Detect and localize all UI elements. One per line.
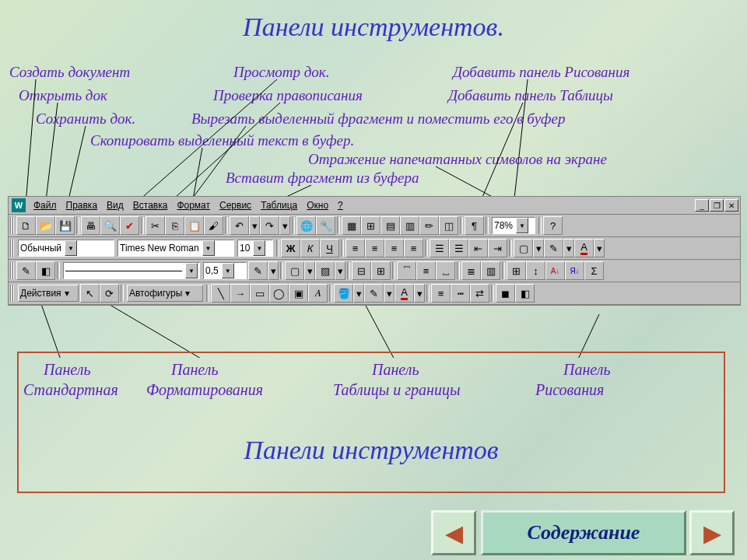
underline-button[interactable]: Ч <box>320 239 339 257</box>
rotate-icon[interactable]: ⟳ <box>100 284 119 303</box>
eraser-icon[interactable]: ◧ <box>36 261 55 280</box>
font-color-dd[interactable]: ▾ <box>594 239 605 257</box>
menu-edit[interactable]: Правка <box>61 200 103 211</box>
sort-desc-icon[interactable]: Я↓ <box>565 261 584 280</box>
border-dd[interactable]: ▾ <box>304 261 315 280</box>
undo-icon[interactable]: ↶ <box>230 216 249 235</box>
align-center-icon[interactable]: ≡ <box>365 239 384 257</box>
print-icon[interactable]: 🖶 <box>81 216 100 235</box>
text-direction-icon[interactable]: ↕ <box>526 261 545 280</box>
border-color-dd[interactable]: ▾ <box>268 261 279 280</box>
align-left-icon[interactable]: ≡ <box>345 239 365 257</box>
docmap-icon[interactable]: ◫ <box>439 216 458 235</box>
redo-dd[interactable]: ▾ <box>279 216 290 235</box>
align-mid-icon[interactable]: ≡ <box>416 261 436 280</box>
prev-button[interactable]: ◀ <box>431 510 476 555</box>
font-combo[interactable]: Times New Roman▼ <box>117 240 234 257</box>
zoom-combo[interactable]: 78%▼ <box>492 217 535 234</box>
decrease-indent-icon[interactable]: ⇤ <box>468 239 488 257</box>
autoformat-icon[interactable]: ⊞ <box>507 261 526 280</box>
save-doc-icon[interactable]: 💾 <box>55 216 75 235</box>
autosum-icon[interactable]: Σ <box>584 261 604 280</box>
line-style-combo[interactable]: ▼ <box>63 262 200 279</box>
menu-file[interactable]: Файл <box>29 200 61 211</box>
italic-button[interactable]: К <box>300 239 320 257</box>
tables-borders-icon[interactable]: ▦ <box>342 216 361 235</box>
spellcheck-icon[interactable]: ✔ <box>120 216 139 235</box>
shading-dd[interactable]: ▾ <box>335 261 345 280</box>
toolbar-grip[interactable] <box>10 240 15 257</box>
close-button[interactable]: ✕ <box>724 199 738 212</box>
fill-dd[interactable]: ▾ <box>353 284 364 303</box>
size-combo[interactable]: 10▼ <box>237 240 273 257</box>
menu-insert[interactable]: Вставка <box>128 200 173 211</box>
outside-border-icon[interactable]: ▢ <box>285 261 304 280</box>
split-cells-icon[interactable]: ⊞ <box>371 261 391 280</box>
line-color-icon[interactable]: ✎ <box>364 284 384 303</box>
linecolor-dd[interactable]: ▾ <box>384 284 395 303</box>
format-painter-icon[interactable]: 🖌 <box>204 216 223 235</box>
new-doc-icon[interactable]: 🗋 <box>16 216 36 235</box>
help-icon[interactable]: ? <box>543 216 563 235</box>
show-nonprint-icon[interactable]: ¶ <box>465 216 484 235</box>
borders-icon[interactable]: ▢ <box>514 239 533 257</box>
line-style-icon[interactable]: ≡ <box>431 284 451 303</box>
toolbar-grip[interactable] <box>10 262 15 279</box>
insert-table-icon[interactable]: ⊞ <box>361 216 381 235</box>
menu-table[interactable]: Таблица <box>256 200 302 211</box>
sort-asc-icon[interactable]: А↓ <box>545 261 565 280</box>
restore-button[interactable]: ❐ <box>710 199 724 212</box>
cut-icon[interactable]: ✂ <box>146 216 165 235</box>
actions-menu[interactable]: Действия▾ <box>18 285 79 302</box>
menu-format[interactable]: Формат <box>172 200 215 211</box>
toc-button[interactable]: Содержание <box>481 510 686 555</box>
hyperlink-icon[interactable]: 🌐 <box>296 216 316 235</box>
highlight-icon[interactable]: ✎ <box>544 239 563 257</box>
fontcolor-dd[interactable]: ▾ <box>414 284 425 303</box>
style-combo[interactable]: Обычный▼ <box>18 240 114 257</box>
minimize-button[interactable]: _ <box>695 199 709 212</box>
select-arrow-icon[interactable]: ↖ <box>80 284 100 303</box>
rectangle-icon[interactable]: ▭ <box>250 284 269 303</box>
arrow-style-icon[interactable]: ⇄ <box>470 284 489 303</box>
increase-indent-icon[interactable]: ⇥ <box>488 239 507 257</box>
autoshapes-menu[interactable]: Автофигуры▾ <box>127 285 203 302</box>
fill-color-icon[interactable]: 🪣 <box>334 284 353 303</box>
menu-help[interactable]: ? <box>333 200 348 211</box>
line-weight-combo[interactable]: 0,5▼ <box>203 262 247 279</box>
align-top-icon[interactable]: ⎴ <box>397 261 416 280</box>
numbered-list-icon[interactable]: ☰ <box>430 239 449 257</box>
drawing-icon[interactable]: ✏ <box>419 216 439 235</box>
line-icon[interactable]: ╲ <box>211 284 230 303</box>
copy-icon[interactable]: ⎘ <box>165 216 184 235</box>
oval-icon[interactable]: ◯ <box>269 284 289 303</box>
next-button[interactable]: ▶ <box>689 510 735 555</box>
highlight-dd[interactable]: ▾ <box>563 239 574 257</box>
app-icon[interactable]: W <box>12 198 26 212</box>
menu-tools[interactable]: Сервис <box>215 200 256 211</box>
bullet-list-icon[interactable]: ☰ <box>449 239 468 257</box>
open-doc-icon[interactable]: 📂 <box>36 216 55 235</box>
columns-icon[interactable]: ▥ <box>400 216 419 235</box>
borders-dd[interactable]: ▾ <box>533 239 544 257</box>
draw-table-icon[interactable]: ✎ <box>16 261 36 280</box>
web-toolbar-icon[interactable]: 🔧 <box>316 216 335 235</box>
align-bot-icon[interactable]: ⎵ <box>436 261 455 280</box>
dist-rows-icon[interactable]: ≣ <box>461 261 481 280</box>
merge-cells-icon[interactable]: ⊟ <box>352 261 371 280</box>
menu-view[interactable]: Вид <box>102 200 128 211</box>
wordart-icon[interactable]: 𝐴 <box>308 284 328 303</box>
menu-window[interactable]: Окно <box>302 200 333 211</box>
print-preview-icon[interactable]: 🔍 <box>100 216 120 235</box>
align-right-icon[interactable]: ≡ <box>384 239 404 257</box>
3d-icon[interactable]: ◧ <box>515 284 535 303</box>
shadow-icon[interactable]: ◼ <box>496 284 515 303</box>
border-color-icon[interactable]: ✎ <box>248 261 268 280</box>
font-color-icon[interactable]: A <box>574 239 594 257</box>
align-justify-icon[interactable]: ≡ <box>404 239 423 257</box>
excel-icon[interactable]: ▤ <box>381 216 400 235</box>
dist-cols-icon[interactable]: ▥ <box>481 261 500 280</box>
toolbar-grip[interactable] <box>10 217 15 234</box>
shading-icon[interactable]: ▨ <box>315 261 335 280</box>
undo-dd[interactable]: ▾ <box>249 216 260 235</box>
